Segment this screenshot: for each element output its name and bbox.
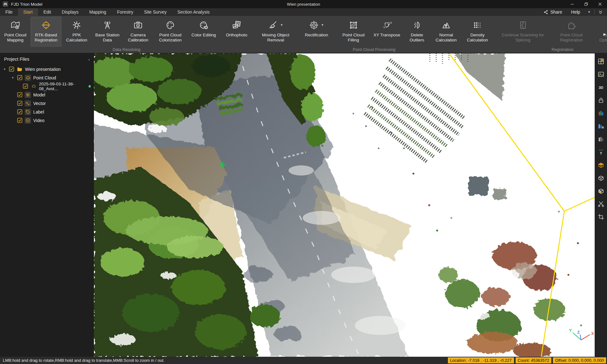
expander-icon[interactable]: ▼: [3, 68, 7, 71]
ribbon-item-xy-transpose[interactable]: XY XY Transpose: [370, 17, 403, 46]
ribbon-item-label: Density Calculation: [462, 33, 493, 43]
checkbox[interactable]: [17, 118, 22, 123]
svg-text:T: T: [600, 151, 602, 155]
lock-view-button[interactable]: [596, 96, 606, 105]
menu-file-label: File: [5, 9, 13, 15]
point-cloud-icon: [25, 75, 31, 81]
help-dropdown-icon[interactable]: ▼: [585, 10, 593, 14]
checkbox[interactable]: [9, 66, 14, 72]
ribbon-item-point-cloud-registration[interactable]: Point Cloud Registration: [551, 17, 592, 46]
image-display-button[interactable]: [596, 70, 606, 79]
menu-site-survey[interactable]: Site Survey: [139, 8, 172, 16]
view-3d-button[interactable]: 3D: [596, 83, 606, 92]
normal-calculation-icon: [441, 20, 451, 30]
tree-item-label: Point Cloud: [33, 75, 56, 80]
crop-tool-button[interactable]: [596, 212, 606, 222]
tree-row-scan-file[interactable]: 2025-09-03-11-38-08_Avst...: [0, 82, 94, 90]
menu-displays-label: Displays: [62, 9, 78, 15]
menu-file[interactable]: File: [0, 8, 18, 16]
help-button[interactable]: Help: [567, 8, 584, 16]
panel-collapse-icon[interactable]: ‹: [88, 57, 90, 62]
axis-x-label: X: [591, 331, 594, 336]
ribbon-item-continue-scanning-for-splicing[interactable]: Continue Scanning for Splicing: [495, 17, 551, 46]
cube-face-display-button[interactable]: [596, 186, 606, 196]
ribbon-item-camera-calibration[interactable]: Camera Calibration: [123, 17, 153, 46]
ribbon-group-point-cloud-processing: ▼ Moving Object Removal ▼ Rectification …: [255, 16, 493, 53]
model-icon: [25, 92, 31, 98]
checkbox[interactable]: [23, 83, 28, 89]
density-calculation-icon: [473, 20, 482, 30]
ribbon-item-label: Delete Outliers: [403, 33, 430, 43]
rgb-channels-button[interactable]: [596, 108, 606, 118]
ribbon-item-point-cloud-mapping[interactable]: Point Cloud Mapping: [0, 17, 31, 46]
viewport-layout-button[interactable]: [596, 57, 606, 66]
share-button[interactable]: Share: [540, 8, 566, 16]
intensity-channels-button[interactable]: [596, 134, 606, 144]
app-title: FJD Trion Model: [11, 2, 42, 7]
ribbon-item-delete-outliers[interactable]: Delete Outliers: [403, 17, 430, 46]
ribbon-item-color-editing[interactable]: Color Editing: [187, 17, 220, 46]
ribbon-item-ppk-calculation[interactable]: PPK Calculation: [61, 17, 92, 46]
close-button[interactable]: [593, 0, 607, 8]
ribbon-item-splicing-optimization[interactable]: Splicing Optimization: [592, 17, 607, 46]
texture-channel-button[interactable]: T: [596, 147, 606, 157]
tree-row-label[interactable]: Label: [0, 108, 94, 116]
checkbox[interactable]: [17, 75, 22, 80]
ribbon-item-label: Point Cloud Mapping: [0, 33, 31, 43]
tree-row-wien-presentation[interactable]: ▼ Wien presentation: [0, 65, 94, 73]
ribbon-item-label: Point Cloud Filling: [337, 33, 370, 43]
menu-forestry[interactable]: Forestry: [112, 8, 139, 16]
menu-edit[interactable]: Edit: [38, 8, 56, 16]
ribbon-item-label: Orthophoto: [226, 33, 247, 38]
blue-channel-button[interactable]: B: [596, 121, 606, 131]
tree-row-vector[interactable]: Vector: [0, 99, 94, 108]
dropdown-caret-icon[interactable]: ▼: [280, 23, 283, 27]
ribbon-item-density-calculation[interactable]: Density Calculation: [462, 17, 493, 46]
dropdown-caret-icon[interactable]: ▼: [321, 23, 324, 27]
tree-row-model[interactable]: Model: [0, 90, 94, 99]
minimize-button[interactable]: [565, 0, 579, 8]
ribbon-item-base-station-data[interactable]: Base Station Data: [92, 17, 123, 46]
svg-text:Y: Y: [383, 26, 385, 29]
point-cloud-registration-icon: [567, 20, 576, 30]
continue-scanning-icon: [518, 20, 528, 30]
ribbon-item-point-cloud-filling[interactable]: Point Cloud Filling: [337, 17, 370, 46]
ribbon-item-label: Color Editing: [191, 33, 216, 38]
ribbon-item-orthophoto[interactable]: Orthophoto: [220, 17, 253, 46]
ribbon-item-label: Point Cloud Registration: [551, 33, 592, 43]
ribbon-item-label: XY Transpose: [374, 33, 400, 38]
mouse-hint-text: LMB:hold and drag to rotate,RMB:hold and…: [0, 358, 164, 363]
box-display-button[interactable]: [596, 160, 606, 170]
tree-row-video[interactable]: Video: [0, 116, 94, 125]
expander-icon[interactable]: ▼: [11, 76, 15, 79]
orthophoto-icon: [232, 20, 242, 30]
rtk-registration-icon: RTK: [41, 20, 51, 30]
menu-displays[interactable]: Displays: [56, 8, 84, 16]
folder-icon: [16, 66, 23, 72]
share-label: Share: [550, 9, 562, 15]
point-cloud-viewport[interactable]: Y Z X: [94, 53, 595, 357]
point-cloud-filling-icon: [349, 20, 358, 30]
checkbox[interactable]: [17, 92, 22, 97]
menu-mapping[interactable]: Mapping: [84, 8, 112, 16]
menu-mapping-label: Mapping: [89, 9, 106, 15]
maximize-button[interactable]: [579, 0, 593, 8]
color-editing-icon: [199, 20, 209, 30]
checkbox[interactable]: [17, 101, 22, 106]
clip-tool-button[interactable]: [596, 199, 606, 209]
view-toolbar: 3D B T: [595, 53, 607, 357]
ribbon-item-rtk-based-registration[interactable]: RTK RTK-Based Registration: [31, 17, 61, 46]
tree-row-point-cloud[interactable]: ▼ Point Cloud: [0, 73, 94, 82]
ribbon-overflow-icon[interactable]: ▶: [604, 32, 606, 36]
cube-display-button[interactable]: [596, 173, 606, 183]
ribbon-item-rectification[interactable]: ▼ Rectification: [296, 17, 337, 46]
axis-z-label: Z: [577, 330, 580, 335]
moving-object-removal-icon: [268, 20, 278, 30]
ribbon-item-normal-calculation[interactable]: Normal Calculation: [430, 17, 462, 46]
menu-section-analysis[interactable]: Section Analysis: [172, 8, 215, 16]
ribbon-item-point-cloud-colorization[interactable]: Point Cloud Colorization: [153, 17, 187, 46]
collapse-ribbon-icon[interactable]: [596, 10, 605, 14]
menu-start[interactable]: Start: [18, 8, 38, 16]
checkbox[interactable]: [17, 109, 22, 114]
ribbon-item-moving-object-removal[interactable]: ▼ Moving Object Removal: [255, 17, 296, 46]
